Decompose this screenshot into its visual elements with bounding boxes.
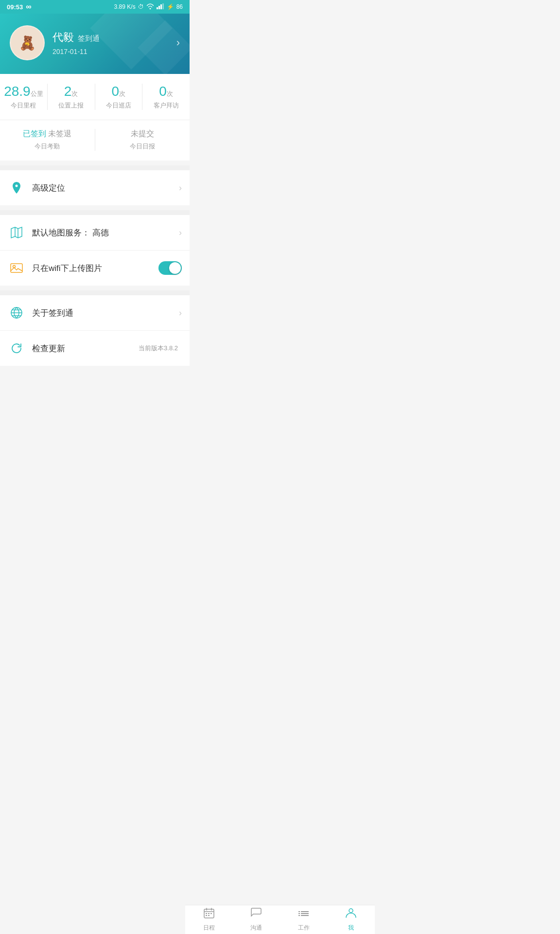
location-icon <box>8 179 25 197</box>
menu-item-map-service[interactable]: 默认地图服务： 高德 › <box>0 215 190 251</box>
stat-distance-value: 28.9 <box>4 84 31 99</box>
svg-rect-3 <box>162 3 164 9</box>
attendance-section: 已签到 未签退 今日考勤 未提交 今日日报 <box>0 120 190 161</box>
charging-icon: ⚡ <box>167 3 174 10</box>
menu-item-wifi-upload[interactable]: 只在wifi下上传图片 <box>0 251 190 286</box>
header-arrow-icon[interactable]: › <box>176 36 180 49</box>
battery-level: 86 <box>176 3 183 10</box>
user-name: 代毅 <box>52 30 74 45</box>
user-header[interactable]: 🧸 代毅 签到通 2017-01-11 › <box>0 14 190 74</box>
stat-visit-unit: 次 <box>167 90 173 97</box>
user-avatar: 🧸 <box>10 25 45 60</box>
report-label: 今日日报 <box>95 142 190 151</box>
svg-rect-4 <box>11 264 22 272</box>
attendance-label: 今日考勤 <box>0 142 95 151</box>
stat-store: 0次 今日巡店 <box>95 84 143 110</box>
refresh-icon <box>8 340 25 357</box>
stat-visit: 0次 客户拜访 <box>142 84 190 110</box>
stat-visit-label: 客户拜访 <box>142 101 190 110</box>
stat-distance-label: 今日里程 <box>0 101 47 110</box>
menu-item-about[interactable]: 关于签到通 › <box>0 295 190 331</box>
menu-section-about: 关于签到通 › 检查更新 当前版本3.8.2 <box>0 295 190 366</box>
version-text: 当前版本3.8.2 <box>139 344 178 353</box>
status-bar: 09:53 ∞ 3.89 K/s ⏱ ⚡ <box>0 0 190 14</box>
arrow-icon-advanced-location: › <box>179 183 182 193</box>
status-time: 09:53 <box>7 3 23 11</box>
svg-rect-1 <box>158 6 160 9</box>
divider-1 <box>0 165 190 170</box>
stat-store-unit: 次 <box>119 90 125 97</box>
menu-section-location: 高级定位 › <box>0 170 190 205</box>
menu-item-advanced-location[interactable]: 高级定位 › <box>0 170 190 205</box>
signal-icon <box>157 3 164 11</box>
stat-visit-value: 0 <box>159 84 167 99</box>
stat-store-value: 0 <box>112 84 120 99</box>
map-icon <box>8 224 25 241</box>
menu-label-advanced-location: 高级定位 <box>32 182 179 194</box>
infinity-icon: ∞ <box>26 2 31 11</box>
report-status: 未提交 <box>95 129 190 139</box>
not-signed-status: 未签退 <box>48 129 71 138</box>
stat-location-value: 2 <box>64 84 72 99</box>
arrow-icon-map-service: › <box>179 228 182 238</box>
network-speed: 3.89 K/s <box>114 3 136 10</box>
menu-label-wifi-upload: 只在wifi下上传图片 <box>32 263 158 274</box>
wifi-icon <box>146 3 154 11</box>
arrow-icon-about: › <box>179 308 182 318</box>
stat-distance-unit: 公里 <box>31 90 43 97</box>
globe-icon <box>8 304 25 322</box>
stat-distance: 28.9公里 今日里程 <box>0 84 48 110</box>
menu-label-check-update: 检查更新 <box>32 343 139 354</box>
divider-3 <box>0 290 190 295</box>
menu-label-map-service: 默认地图服务： 高德 <box>32 227 179 238</box>
wifi-upload-toggle[interactable] <box>158 261 182 275</box>
svg-rect-0 <box>157 7 158 9</box>
stat-store-label: 今日巡店 <box>95 101 142 110</box>
divider-2 <box>0 210 190 215</box>
svg-rect-2 <box>160 4 162 9</box>
menu-label-about: 关于签到通 <box>32 307 179 319</box>
wifi-toggle-wrap[interactable] <box>158 261 182 275</box>
stat-location-unit: 次 <box>71 90 78 97</box>
stat-location-label: 位置上报 <box>48 101 95 110</box>
menu-item-check-update[interactable]: 检查更新 当前版本3.8.2 <box>0 331 190 366</box>
stat-location: 2次 位置上报 <box>48 84 95 110</box>
attendance-checkin: 已签到 未签退 今日考勤 <box>0 129 95 151</box>
stats-section: 28.9公里 今日里程 2次 位置上报 0次 今日巡店 0次 客户拜访 <box>0 74 190 120</box>
clock-icon: ⏱ <box>138 3 144 10</box>
attendance-report: 未提交 今日日报 <box>95 129 190 151</box>
signed-status: 已签到 <box>23 129 46 138</box>
menu-section-map: 默认地图服务： 高德 › 只在wifi下上传图片 <box>0 215 190 286</box>
image-icon <box>8 259 25 277</box>
